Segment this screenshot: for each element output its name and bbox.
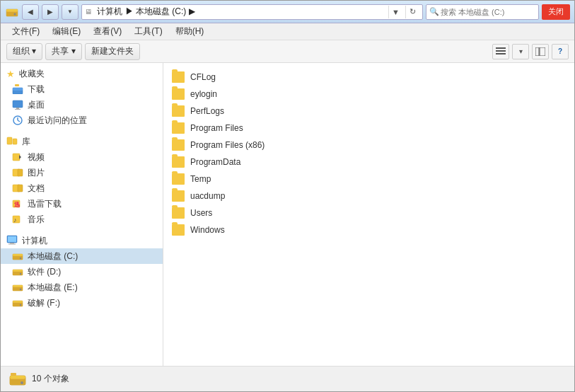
- library-icon: [6, 136, 18, 148]
- svg-rect-3: [6, 9, 18, 11]
- menu-view[interactable]: 查看(V): [88, 24, 127, 39]
- file-name: CFLog: [190, 72, 216, 82]
- file-item-windows[interactable]: Windows: [166, 221, 571, 238]
- status-bar: 10 个对象: [1, 366, 574, 391]
- menu-help[interactable]: 帮助(H): [170, 24, 210, 39]
- menu-tools[interactable]: 工具(T): [129, 24, 168, 39]
- music-icon: ♪: [12, 214, 23, 225]
- folder-icon: [172, 207, 185, 219]
- folder-icon: [172, 190, 185, 202]
- file-item-users[interactable]: Users: [166, 204, 571, 221]
- svg-rect-31: [8, 236, 16, 242]
- folder-icon: [172, 224, 185, 236]
- right-panel: CFLog eylogin PerfLogs Program Files Pro…: [163, 63, 574, 366]
- address-icon: 🖥: [85, 8, 92, 16]
- file-name: Temp: [190, 174, 211, 184]
- file-name: Windows: [190, 225, 225, 235]
- pane-toggle-button[interactable]: [532, 44, 549, 59]
- svg-point-36: [20, 258, 21, 259]
- file-name: PerfLogs: [190, 106, 224, 116]
- back-button[interactable]: ◀: [22, 4, 39, 20]
- search-input[interactable]: [441, 8, 538, 16]
- sidebar-item-downloads[interactable]: 下载: [1, 81, 163, 97]
- video-label: 视频: [28, 151, 45, 163]
- sidebar-item-xunlei[interactable]: 迅 迅雷下载: [1, 196, 163, 212]
- drive-f-icon: [12, 297, 23, 309]
- computer-icon: [6, 235, 18, 247]
- status-count: 10 个对象: [32, 373, 69, 385]
- share-button[interactable]: 共享 ▾: [45, 43, 81, 60]
- menu-bar: 文件(F) 编辑(E) 查看(V) 工具(T) 帮助(H): [1, 23, 574, 40]
- file-item-uacdump[interactable]: uacdump: [166, 188, 571, 204]
- favorites-label: 收藏夹: [19, 68, 45, 80]
- file-item-cflog[interactable]: CFLog: [166, 69, 571, 86]
- search-bar[interactable]: 🔍: [426, 4, 539, 20]
- address-dropdown-button[interactable]: ▼: [388, 6, 402, 18]
- svg-rect-33: [8, 243, 16, 244]
- menu-edit[interactable]: 编辑(E): [47, 24, 86, 39]
- sidebar-item-desktop[interactable]: 桌面: [1, 97, 163, 113]
- sidebar-item-drive-c[interactable]: 本地磁盘 (C:): [1, 248, 163, 264]
- music-label: 音乐: [28, 214, 45, 226]
- svg-rect-23: [18, 169, 23, 176]
- favorites-header: ★ 收藏夹: [1, 66, 163, 81]
- recent-icon: [12, 115, 23, 126]
- drive-d-icon: [12, 266, 23, 277]
- svg-text:♪: ♪: [13, 217, 17, 224]
- status-drive-icon: [9, 371, 26, 388]
- address-bar[interactable]: 🖥 计算机 ▶ 本地磁盘 (C:) ▶ ▼ ↻: [81, 4, 423, 20]
- sidebar-item-drive-d[interactable]: 软件 (D:): [1, 264, 163, 279]
- sidebar-item-recent[interactable]: 最近访问的位置: [1, 113, 163, 128]
- file-item-eylogin[interactable]: eylogin: [166, 86, 571, 103]
- refresh-button[interactable]: ↻: [405, 6, 419, 18]
- image-icon: [12, 167, 23, 178]
- sidebar-item-drive-f[interactable]: 破解 (F:): [1, 295, 163, 311]
- svg-marker-21: [19, 155, 21, 159]
- file-item-perflogs[interactable]: PerfLogs: [166, 103, 571, 120]
- svg-point-52: [21, 381, 23, 384]
- file-item-temp[interactable]: Temp: [166, 171, 571, 188]
- documents-label: 文档: [28, 183, 45, 195]
- svg-rect-53: [10, 376, 25, 379]
- drive-f-label: 破解 (F:): [28, 297, 60, 309]
- svg-rect-5: [496, 50, 506, 52]
- sidebar-item-music[interactable]: ♪ 音乐: [1, 212, 163, 227]
- downloads-icon: [12, 83, 23, 95]
- menu-file[interactable]: 文件(F): [6, 24, 45, 39]
- title-bar: ◀ ▶ ▼ 🖥 计算机 ▶ 本地磁盘 (C:) ▶ ▼ ↻ 🔍 关闭: [1, 1, 574, 23]
- nav-dropdown-button[interactable]: ▼: [62, 4, 79, 20]
- drive-c-icon: [12, 250, 23, 262]
- title-bar-left: ◀ ▶ ▼ 🖥 计算机 ▶ 本地磁盘 (C:) ▶ ▼ ↻ 🔍: [5, 4, 539, 20]
- svg-rect-18: [7, 137, 12, 144]
- xunlei-icon: 迅: [12, 198, 23, 209]
- forward-button[interactable]: ▶: [42, 4, 59, 20]
- sidebar-item-drive-e[interactable]: 本地磁盘 (E:): [1, 279, 163, 295]
- svg-point-40: [20, 273, 21, 275]
- file-item-program-files[interactable]: Program Files: [166, 120, 571, 137]
- svg-rect-49: [13, 301, 23, 303]
- folder-icon: [172, 173, 185, 185]
- svg-rect-37: [13, 254, 23, 256]
- file-item-programdata[interactable]: ProgramData: [166, 154, 571, 171]
- sidebar-item-video[interactable]: 视频: [1, 149, 163, 165]
- folder-icon: [172, 88, 185, 100]
- svg-rect-13: [16, 108, 19, 109]
- svg-rect-4: [496, 47, 506, 49]
- svg-point-2: [14, 13, 16, 15]
- view-dropdown-button[interactable]: ▾: [512, 44, 529, 59]
- view-details-button[interactable]: [492, 44, 509, 59]
- drive-e-label: 本地磁盘 (E:): [28, 282, 78, 294]
- close-button[interactable]: 关闭: [542, 4, 570, 20]
- organize-button[interactable]: 组织 ▾: [6, 43, 42, 60]
- file-item-program-files-x86[interactable]: Program Files (x86): [166, 137, 571, 154]
- title-drive-icon: [5, 5, 19, 19]
- svg-rect-25: [18, 185, 23, 192]
- sidebar-item-images[interactable]: 图片: [1, 165, 163, 180]
- svg-rect-12: [13, 100, 23, 108]
- svg-rect-19: [13, 139, 17, 144]
- svg-point-48: [20, 304, 21, 306]
- svg-rect-7: [535, 47, 539, 56]
- sidebar-item-documents[interactable]: 文档: [1, 180, 163, 196]
- help-button[interactable]: ?: [552, 44, 569, 59]
- new-folder-button[interactable]: 新建文件夹: [85, 43, 140, 60]
